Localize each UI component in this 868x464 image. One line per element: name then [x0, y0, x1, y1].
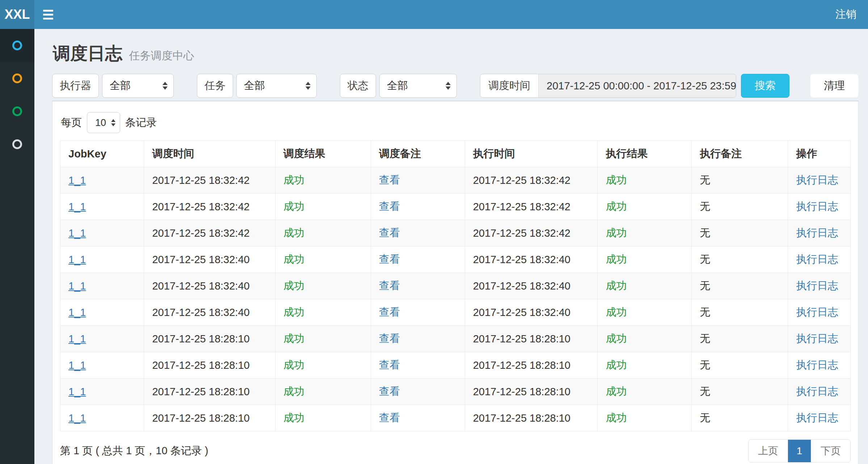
handle-msg-cell: 无 [692, 246, 788, 273]
trigger-msg-link[interactable]: 查看 [371, 352, 465, 379]
filter-toolbar: 执行器 全部 任务 全部 状态 全部 调度时间 2017-12-25 00:00… [52, 74, 859, 98]
trigger-msg-link[interactable]: 查看 [371, 299, 465, 326]
column-header-0: JobKey [60, 141, 144, 167]
select-arrows-icon [306, 82, 311, 90]
job-filter-label: 任务 [197, 74, 233, 98]
job-select[interactable]: 全部 [236, 74, 317, 98]
log-table-body: 1_12017-12-25 18:32:42成功查看2017-12-25 18:… [60, 167, 851, 431]
handle-msg-cell: 无 [692, 352, 788, 379]
page-size-prefix: 每页 [61, 115, 82, 130]
trigger-time-cell: 2017-12-25 18:28:10 [144, 379, 275, 405]
pagination: 上页 1 下页 [748, 439, 851, 463]
exec-log-link[interactable]: 执行日志 [788, 299, 851, 326]
sidebar-item-jobinfo[interactable] [0, 62, 34, 95]
prev-page-button[interactable]: 上页 [749, 440, 788, 462]
jobkey-link[interactable]: 1_1 [60, 379, 144, 405]
sidebar-toggle-button[interactable] [34, 0, 62, 29]
exec-log-link[interactable]: 执行日志 [788, 273, 851, 299]
trigger-time-range-input[interactable]: 2017-12-25 00:00:00 - 2017-12-25 23:59:5… [539, 74, 736, 97]
executor-select[interactable]: 全部 [102, 74, 174, 98]
sidebar-item-joblog[interactable] [0, 95, 34, 128]
jobkey-link[interactable]: 1_1 [60, 299, 144, 326]
exec-log-link[interactable]: 执行日志 [788, 379, 851, 405]
exec-log-link[interactable]: 执行日志 [788, 246, 851, 273]
sidebar-item-help[interactable] [0, 128, 34, 161]
trigger-result-cell: 成功 [275, 379, 371, 405]
jobkey-link[interactable]: 1_1 [60, 220, 144, 246]
hamburger-icon [43, 10, 53, 12]
current-page-button[interactable]: 1 [788, 440, 811, 462]
exec-log-link[interactable]: 执行日志 [788, 220, 851, 246]
table-row: 1_12017-12-25 18:32:42成功查看2017-12-25 18:… [60, 194, 851, 220]
handle-result-cell: 成功 [598, 220, 692, 246]
top-navbar: XXL 注销 [0, 0, 868, 29]
handle-time-cell: 2017-12-25 18:32:40 [465, 246, 598, 273]
exec-log-link[interactable]: 执行日志 [788, 167, 851, 194]
handle-time-cell: 2017-12-25 18:32:42 [465, 220, 598, 246]
app-window: XXL 注销 调度日志 任务调度中心 执行器 全部 任务 全部 [0, 0, 868, 464]
table-row: 1_12017-12-25 18:32:40成功查看2017-12-25 18:… [60, 299, 851, 326]
search-button[interactable]: 搜索 [741, 74, 789, 98]
trigger-msg-link[interactable]: 查看 [371, 405, 465, 431]
handle-time-cell: 2017-12-25 18:28:10 [465, 326, 598, 352]
trigger-msg-link[interactable]: 查看 [371, 167, 465, 194]
handle-time-cell: 2017-12-25 18:32:40 [465, 299, 598, 326]
handle-msg-cell: 无 [692, 379, 788, 405]
column-header-3: 调度备注 [371, 141, 465, 167]
executor-filter-label: 执行器 [52, 74, 99, 98]
column-header-4: 执行时间 [465, 141, 598, 167]
trigger-result-cell: 成功 [275, 167, 371, 194]
trigger-time-cell: 2017-12-25 18:32:42 [144, 194, 275, 220]
handle-time-cell: 2017-12-25 18:28:10 [465, 379, 598, 405]
select-arrows-icon [446, 82, 451, 90]
trigger-msg-link[interactable]: 查看 [371, 379, 465, 405]
clear-button[interactable]: 清理 [810, 74, 859, 98]
exec-log-link[interactable]: 执行日志 [788, 405, 851, 431]
exec-log-link[interactable]: 执行日志 [788, 326, 851, 352]
page-size-select[interactable]: 10 [87, 112, 120, 133]
trigger-time-filter: 调度时间 2017-12-25 00:00:00 - 2017-12-25 23… [480, 74, 736, 98]
handle-result-cell: 成功 [598, 299, 692, 326]
jobkey-link[interactable]: 1_1 [60, 167, 144, 194]
table-footer: 第 1 页 ( 总共 1 页，10 条记录 ) 上页 1 下页 [60, 439, 851, 463]
sidebar [0, 29, 34, 464]
page-summary: 第 1 页 ( 总共 1 页，10 条记录 ) [60, 444, 208, 458]
status-select[interactable]: 全部 [379, 74, 457, 98]
trigger-msg-link[interactable]: 查看 [371, 273, 465, 299]
log-panel: 每页 10 条记录 JobKey调度时间调度结果调度备注执行时间执行结果执行备注… [52, 101, 859, 464]
logout-link[interactable]: 注销 [835, 7, 856, 22]
handle-msg-cell: 无 [692, 220, 788, 246]
table-header-row: JobKey调度时间调度结果调度备注执行时间执行结果执行备注操作 [60, 141, 851, 167]
sidebar-item-dashboard[interactable] [0, 29, 34, 62]
exec-log-link[interactable]: 执行日志 [788, 352, 851, 379]
jobkey-link[interactable]: 1_1 [60, 326, 144, 352]
trigger-msg-link[interactable]: 查看 [371, 246, 465, 273]
trigger-time-cell: 2017-12-25 18:28:10 [144, 352, 275, 379]
column-header-1: 调度时间 [144, 141, 275, 167]
trigger-result-cell: 成功 [275, 220, 371, 246]
table-row: 1_12017-12-25 18:32:42成功查看2017-12-25 18:… [60, 167, 851, 194]
trigger-time-cell: 2017-12-25 18:32:40 [144, 299, 275, 326]
trigger-result-cell: 成功 [275, 194, 371, 220]
jobkey-link[interactable]: 1_1 [60, 246, 144, 273]
trigger-msg-link[interactable]: 查看 [371, 194, 465, 220]
exec-log-link[interactable]: 执行日志 [788, 194, 851, 220]
handle-time-cell: 2017-12-25 18:32:40 [465, 273, 598, 299]
select-arrows-icon [163, 82, 168, 90]
next-page-button[interactable]: 下页 [811, 440, 850, 462]
table-row: 1_12017-12-25 18:28:10成功查看2017-12-25 18:… [60, 326, 851, 352]
trigger-time-cell: 2017-12-25 18:28:10 [144, 405, 275, 431]
jobkey-link[interactable]: 1_1 [60, 405, 144, 431]
jobkey-link[interactable]: 1_1 [60, 194, 144, 220]
page-subtitle: 任务调度中心 [129, 50, 194, 62]
trigger-time-cell: 2017-12-25 18:32:42 [144, 167, 275, 194]
trigger-msg-link[interactable]: 查看 [371, 220, 465, 246]
jobkey-link[interactable]: 1_1 [60, 273, 144, 299]
table-row: 1_12017-12-25 18:32:40成功查看2017-12-25 18:… [60, 273, 851, 299]
column-header-7: 操作 [788, 141, 851, 167]
jobkey-link[interactable]: 1_1 [60, 352, 144, 379]
trigger-msg-link[interactable]: 查看 [371, 326, 465, 352]
select-arrows-icon [111, 119, 115, 126]
trigger-time-cell: 2017-12-25 18:32:40 [144, 273, 275, 299]
main-content: 调度日志 任务调度中心 执行器 全部 任务 全部 状态 全部 [34, 29, 868, 464]
